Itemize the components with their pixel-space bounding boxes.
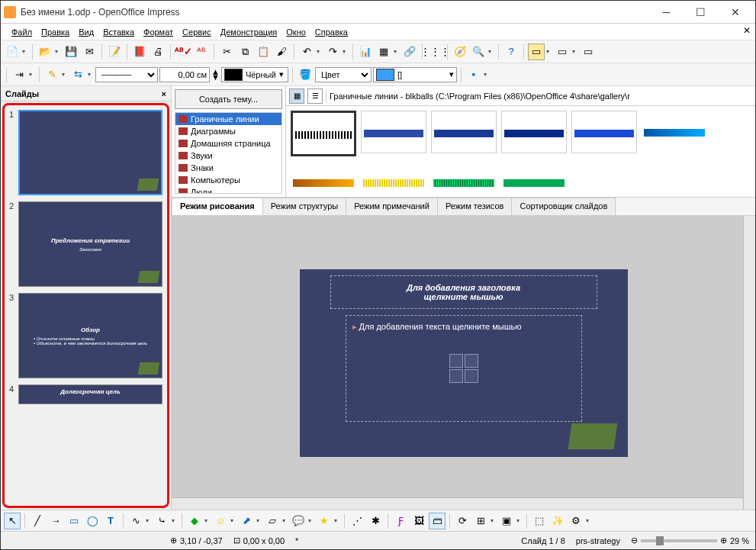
- select-tool-icon[interactable]: ↖: [4, 513, 21, 529]
- slide-master-icon[interactable]: ▭: [580, 43, 597, 60]
- gallery-item[interactable]: [642, 111, 707, 153]
- navigator-icon[interactable]: 🧭: [452, 43, 468, 60]
- redo-icon[interactable]: ↷: [324, 43, 341, 60]
- points-tool-icon[interactable]: ⋰: [349, 513, 365, 529]
- connector-tool-icon[interactable]: ⤷: [153, 513, 170, 529]
- zoom-out-button[interactable]: ⊖: [631, 536, 638, 545]
- gallery-category-item[interactable]: Звуки: [175, 150, 281, 162]
- arrow-dd[interactable]: ▾: [29, 71, 35, 78]
- slide-thumbnail[interactable]: [18, 110, 162, 195]
- menu-window[interactable]: Окно: [281, 25, 310, 39]
- stars-dd[interactable]: ▾: [334, 517, 340, 524]
- gallery-item[interactable]: [291, 161, 356, 197]
- arrows-dd[interactable]: ▾: [256, 517, 262, 524]
- paste-icon[interactable]: 📋: [255, 43, 272, 60]
- format-paintbrush-icon[interactable]: 🖌: [273, 43, 290, 60]
- edit-icon[interactable]: 📝: [106, 43, 123, 60]
- grid-icon[interactable]: ⋮⋮⋮: [426, 43, 443, 60]
- line-tool-icon[interactable]: ╱: [29, 513, 46, 529]
- content-placeholder[interactable]: ▸ Для добавления текста щелкните мышью: [346, 315, 582, 422]
- tab-outline[interactable]: Режим структуры: [262, 198, 347, 215]
- open-dropdown[interactable]: ▾: [55, 48, 61, 55]
- slide-layout-dropdown[interactable]: ▾: [546, 48, 552, 55]
- fontwork-icon[interactable]: Ƒ: [392, 513, 409, 529]
- shapes-dd[interactable]: ▾: [204, 517, 211, 524]
- zoom-value[interactable]: 29 %: [730, 536, 749, 545]
- fill-bucket-icon[interactable]: 🪣: [297, 66, 314, 83]
- open-icon[interactable]: 📂: [37, 43, 53, 60]
- view-list-button[interactable]: ☰: [307, 88, 323, 104]
- print-icon[interactable]: 🖨: [150, 43, 166, 60]
- tab-notes[interactable]: Режим примечаний: [346, 198, 438, 215]
- undo-dropdown[interactable]: ▾: [317, 48, 323, 55]
- arrange-icon[interactable]: ▣: [498, 513, 515, 529]
- slides-panel-close-icon[interactable]: ×: [162, 89, 166, 98]
- title-placeholder[interactable]: Для добавления заголовка щелкните мышью: [330, 275, 597, 309]
- table-dropdown[interactable]: ▾: [394, 48, 400, 55]
- menu-file[interactable]: Файл: [7, 25, 37, 39]
- doc-close-icon[interactable]: ✕: [743, 25, 751, 36]
- view-icons-button[interactable]: ▦: [289, 88, 304, 104]
- stars-icon[interactable]: ★: [316, 513, 333, 529]
- slide-item[interactable]: 4 Долгосрочная цель: [9, 384, 162, 404]
- gallery-category-item[interactable]: Компьютеры: [175, 174, 281, 186]
- slide-thumbnail[interactable]: Предложения стратегии Заголовок: [18, 201, 162, 287]
- rectangle-tool-icon[interactable]: ▭: [66, 513, 82, 529]
- shadow-icon[interactable]: ▪: [465, 66, 482, 83]
- gallery-item[interactable]: [361, 111, 426, 153]
- chart-icon[interactable]: 📊: [357, 43, 374, 60]
- insert-chart-icon[interactable]: [465, 354, 478, 368]
- linestyle-dd[interactable]: ▾: [62, 71, 68, 78]
- menu-edit[interactable]: Правка: [37, 25, 74, 39]
- toolbar2-overflow[interactable]: ▾: [484, 71, 490, 78]
- gallery-items[interactable]: [286, 106, 755, 197]
- gallery-item[interactable]: [291, 111, 356, 156]
- interaction-icon[interactable]: ⚙: [568, 513, 584, 529]
- maximize-button[interactable]: ☐: [684, 2, 718, 23]
- symbol-shapes-icon[interactable]: ☺: [212, 513, 229, 529]
- basic-shapes-icon[interactable]: ◆: [186, 513, 203, 529]
- block-arrows-icon[interactable]: ⬈: [238, 513, 255, 529]
- line-style-icon[interactable]: ✎: [43, 66, 60, 83]
- callout-dd[interactable]: ▾: [308, 517, 314, 524]
- curve-tool-icon[interactable]: ∿: [127, 513, 144, 529]
- arrow-tool-icon[interactable]: →: [47, 513, 64, 529]
- gallery-category-item[interactable]: Граничные линии: [175, 113, 281, 125]
- content-type-icons[interactable]: [449, 354, 478, 383]
- arrow-style-icon[interactable]: ⇥: [11, 66, 27, 83]
- undo-icon[interactable]: ↶: [298, 43, 315, 60]
- gallery-category-item[interactable]: Знаки: [175, 162, 281, 174]
- zoom-slider[interactable]: [641, 539, 717, 542]
- connector-dd[interactable]: ▾: [172, 517, 178, 524]
- from-file-icon[interactable]: 🖼: [410, 513, 427, 529]
- zoom-icon[interactable]: 🔍: [470, 43, 487, 60]
- menu-format[interactable]: Формат: [139, 25, 178, 39]
- vertical-scrollbar[interactable]: [743, 216, 755, 510]
- slide-thumbnail[interactable]: Долгосрочная цель: [18, 384, 162, 404]
- minimize-button[interactable]: ─: [649, 2, 684, 23]
- rotate-icon[interactable]: ⟳: [454, 513, 471, 529]
- extrusion-icon[interactable]: ⬚: [531, 513, 548, 529]
- tab-handout[interactable]: Режим тезисов: [437, 198, 513, 215]
- gallery-item[interactable]: [571, 111, 637, 153]
- line-style-select[interactable]: ─────: [95, 67, 158, 82]
- fill-color-select[interactable]: [] ▾: [373, 67, 457, 82]
- insert-table-icon[interactable]: [449, 354, 463, 368]
- slide-layout-icon[interactable]: ▭: [528, 43, 545, 60]
- ellipse-tool-icon[interactable]: ◯: [84, 513, 101, 529]
- email-icon[interactable]: ✉: [81, 43, 98, 60]
- horizontal-scrollbar[interactable]: [172, 497, 743, 510]
- flowchart-icon[interactable]: ▱: [264, 513, 281, 529]
- zoom-dropdown[interactable]: ▾: [488, 48, 494, 55]
- text-tool-icon[interactable]: T: [102, 513, 119, 529]
- insert-image-icon[interactable]: [449, 369, 463, 383]
- slides-list[interactable]: 1 2 Предложения стратегии Заголовок 3 Об…: [2, 103, 169, 508]
- curve-dd[interactable]: ▾: [146, 517, 152, 524]
- slide-design-dropdown[interactable]: ▾: [572, 48, 578, 55]
- menu-slideshow[interactable]: Демонстрация: [216, 25, 282, 39]
- autospell-icon[interactable]: ᴬᴮ: [193, 43, 210, 60]
- menu-insert[interactable]: Вставка: [98, 25, 139, 39]
- fill-type-select[interactable]: Цвет: [315, 67, 372, 82]
- spellcheck-icon[interactable]: ᴬᴮ✓: [175, 43, 191, 60]
- copy-icon[interactable]: ⧉: [236, 43, 253, 60]
